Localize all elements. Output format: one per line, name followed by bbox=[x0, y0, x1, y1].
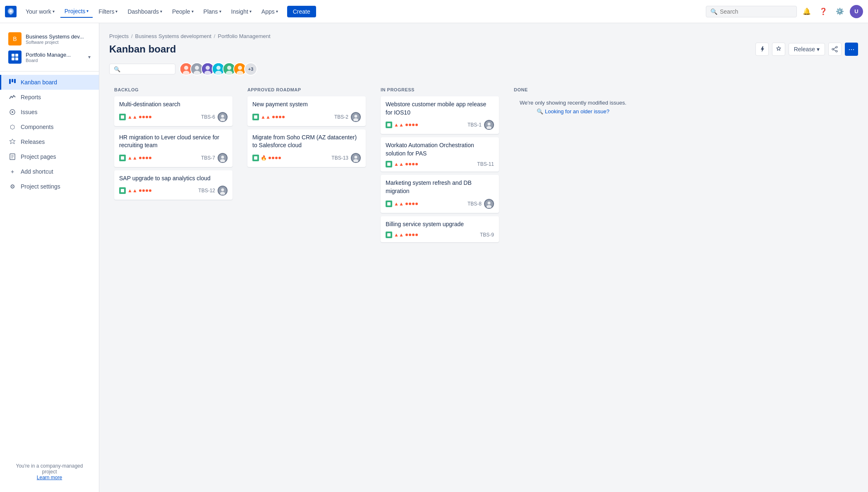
search-bar[interactable]: 🔍 bbox=[706, 6, 797, 17]
card-meta: ▲▲ bbox=[386, 232, 418, 238]
nav-dashboards[interactable]: Dashboards ▾ bbox=[123, 6, 166, 17]
card-tbs-7[interactable]: HR migration to Lever cloud service for … bbox=[114, 129, 233, 167]
card-tbs-12[interactable]: SAP upgrade to sap analytics cloud ▲▲ bbox=[114, 170, 233, 200]
settings-icon: ⚙ bbox=[8, 182, 17, 191]
card-tbs-13[interactable]: Migrate from Soho CRM (AZ datacenter) to… bbox=[247, 129, 366, 167]
priority-icon: ▲▲ bbox=[394, 201, 404, 207]
card-id: TBS-9 bbox=[480, 232, 494, 238]
nav-filters[interactable]: Filters ▾ bbox=[94, 6, 122, 17]
top-nav: Your work ▾ Projects ▾ Filters ▾ Dashboa… bbox=[0, 0, 868, 23]
breadcrumb-bsd[interactable]: Business Systems development bbox=[135, 33, 211, 39]
notifications-button[interactable]: 🔔 bbox=[800, 5, 813, 18]
card-tbs-6[interactable]: Multi-destination search ▲▲ bbox=[114, 96, 233, 126]
story-points bbox=[269, 157, 281, 159]
svg-line-18 bbox=[834, 48, 836, 49]
sidebar-item-add-shortcut[interactable]: + Add shortcut bbox=[0, 164, 99, 179]
story-icon bbox=[252, 155, 259, 161]
card-footer: ▲▲ TBS-1 bbox=[386, 120, 494, 130]
story-icon bbox=[119, 155, 126, 161]
card-title: New payment system bbox=[252, 100, 361, 109]
column-header-roadmap: APPROVED ROADMAP bbox=[247, 87, 366, 92]
card-meta: ▲▲ bbox=[119, 155, 151, 161]
story-points bbox=[139, 157, 151, 159]
project-icon-pm bbox=[8, 50, 22, 64]
priority-icon: ▲▲ bbox=[394, 232, 404, 238]
breadcrumb-sep-2: / bbox=[214, 33, 216, 39]
avatar-group: +3 bbox=[180, 62, 257, 76]
sidebar-item-components[interactable]: ⬡ Components bbox=[0, 119, 99, 134]
issues-icon bbox=[8, 108, 17, 116]
automation-button[interactable] bbox=[755, 43, 769, 56]
svg-point-1 bbox=[10, 10, 12, 12]
svg-point-44 bbox=[221, 155, 224, 158]
card-footer: ▲▲ TBS-7 bbox=[119, 153, 228, 163]
card-tbs-1[interactable]: Webstore customer mobile app release for… bbox=[381, 96, 499, 134]
nav-people[interactable]: People ▾ bbox=[168, 6, 198, 17]
done-info-text: We're only showing recently modified iss… bbox=[514, 96, 632, 119]
nav-apps[interactable]: Apps ▾ bbox=[257, 6, 282, 17]
sidebar-item-kanban-board[interactable]: Kanban board bbox=[0, 75, 99, 90]
breadcrumb-pm[interactable]: Portfolio Management bbox=[218, 33, 270, 39]
avatar-count[interactable]: +3 bbox=[244, 62, 257, 76]
sidebar-item-releases[interactable]: Releases bbox=[0, 134, 99, 149]
chevron-down-icon: ▾ bbox=[115, 9, 117, 14]
card-id: TBS-12 bbox=[198, 188, 215, 193]
board-search-input[interactable] bbox=[123, 66, 171, 72]
nav-insight[interactable]: Insight ▾ bbox=[227, 6, 256, 17]
column-done: DONE We're only showing recently modifie… bbox=[509, 82, 637, 124]
svg-point-24 bbox=[195, 66, 199, 70]
breadcrumb-projects[interactable]: Projects bbox=[109, 33, 129, 39]
card-meta: ▲▲ bbox=[252, 114, 285, 120]
nav-logo[interactable] bbox=[5, 6, 17, 17]
nav-projects[interactable]: Projects ▾ bbox=[60, 5, 93, 18]
svg-rect-67 bbox=[387, 233, 391, 236]
svg-rect-4 bbox=[12, 57, 14, 60]
settings-button[interactable]: ⚙️ bbox=[833, 5, 846, 18]
svg-point-48 bbox=[221, 189, 224, 191]
project-info-pm: Portfolio Manage... Board bbox=[26, 52, 84, 63]
share-button[interactable] bbox=[828, 43, 842, 56]
card-tbs-2[interactable]: New payment system ▲▲ TBS-2 bbox=[247, 96, 366, 126]
priority-icon: ▲▲ bbox=[394, 122, 404, 128]
star-button[interactable] bbox=[772, 43, 785, 56]
create-button[interactable]: Create bbox=[287, 6, 316, 17]
card-tbs-11[interactable]: Workato Automation Orchestration solutio… bbox=[381, 137, 499, 172]
card-footer: ▲▲ TBS-8 bbox=[386, 199, 494, 209]
sidebar-project-bsd[interactable]: B Business Systems dev... Software proje… bbox=[5, 30, 94, 48]
nav-your-work[interactable]: Your work ▾ bbox=[22, 6, 59, 17]
card-footer: ▲▲ TBS-2 bbox=[252, 112, 361, 122]
svg-rect-7 bbox=[12, 79, 13, 82]
assignee-avatar bbox=[351, 153, 361, 163]
svg-point-16 bbox=[836, 50, 837, 52]
older-issues-link[interactable]: 🔍 Looking for an older issue? bbox=[514, 108, 632, 115]
sidebar-project-pm[interactable]: Portfolio Manage... Board ▾ bbox=[5, 48, 94, 66]
sidebar-item-project-settings[interactable]: ⚙ Project settings bbox=[0, 179, 99, 194]
release-button[interactable]: Release ▾ bbox=[789, 43, 825, 55]
card-title: SAP upgrade to sap analytics cloud bbox=[119, 174, 228, 183]
card-tbs-8[interactable]: Marketing system refresh and DB migratio… bbox=[381, 175, 499, 213]
user-avatar[interactable]: U bbox=[850, 5, 863, 18]
svg-rect-38 bbox=[121, 115, 124, 119]
components-icon: ⬡ bbox=[8, 123, 17, 131]
column-header-in-progress: IN PROGRESS bbox=[381, 87, 499, 92]
more-actions-button[interactable]: ··· bbox=[845, 43, 858, 56]
sidebar-item-issues[interactable]: Issues bbox=[0, 105, 99, 119]
sidebar-item-project-pages[interactable]: Project pages bbox=[0, 149, 99, 164]
story-icon bbox=[386, 232, 392, 238]
sidebar-item-reports[interactable]: Reports bbox=[0, 90, 99, 105]
search-input[interactable] bbox=[720, 8, 792, 15]
board-search-bar[interactable]: 🔍 bbox=[109, 64, 175, 74]
card-right: TBS-11 bbox=[477, 161, 494, 167]
card-footer: ▲▲ TBS-12 bbox=[119, 186, 228, 196]
help-button[interactable]: ❓ bbox=[817, 5, 830, 18]
priority-icon: ▲▲ bbox=[261, 114, 271, 120]
chevron-down-icon: ▾ bbox=[192, 9, 194, 14]
svg-rect-6 bbox=[9, 79, 11, 84]
nav-plans[interactable]: Plans ▾ bbox=[199, 6, 225, 17]
card-meta: ▲▲ bbox=[119, 114, 151, 120]
card-tbs-9[interactable]: Billing service system upgrade ▲▲ bbox=[381, 216, 499, 243]
svg-rect-3 bbox=[15, 54, 18, 57]
assignee-avatar bbox=[218, 186, 228, 196]
svg-rect-8 bbox=[14, 79, 16, 83]
nav-left: Your work ▾ Projects ▾ Filters ▾ Dashboa… bbox=[5, 5, 316, 18]
